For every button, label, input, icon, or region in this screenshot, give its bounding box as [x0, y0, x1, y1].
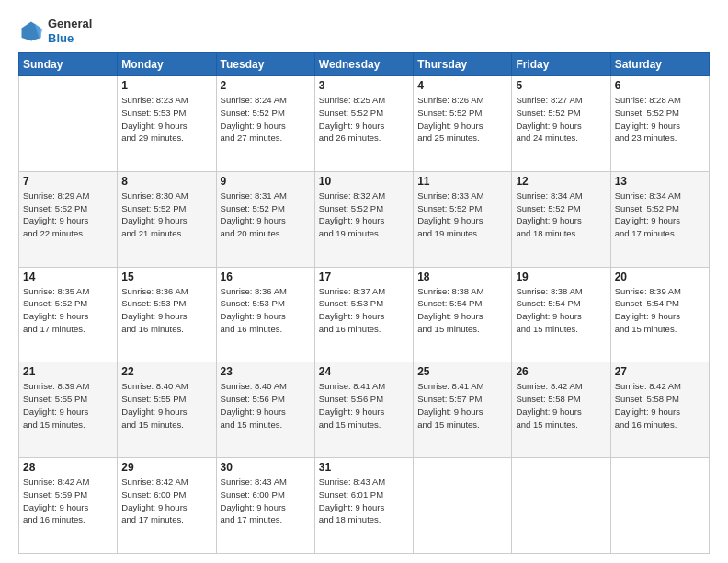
day-number: 19 [516, 270, 606, 283]
day-info: Sunrise: 8:28 AMSunset: 5:52 PMDaylight:… [615, 94, 705, 144]
day-number: 10 [319, 175, 409, 188]
day-number: 8 [121, 175, 211, 188]
calendar-cell: 30Sunrise: 8:43 AMSunset: 6:00 PMDayligh… [216, 458, 314, 554]
day-number: 16 [221, 270, 311, 283]
day-number: 14 [23, 270, 113, 283]
calendar-header-tuesday: Tuesday [216, 53, 314, 76]
calendar-week-row: 7Sunrise: 8:29 AMSunset: 5:52 PMDaylight… [19, 171, 710, 267]
calendar-week-row: 28Sunrise: 8:42 AMSunset: 5:59 PMDayligh… [19, 458, 710, 554]
calendar-cell: 1Sunrise: 8:23 AMSunset: 5:53 PMDaylight… [118, 76, 216, 172]
calendar-cell: 12Sunrise: 8:34 AMSunset: 5:52 PMDayligh… [512, 171, 610, 267]
day-info: Sunrise: 8:42 AMSunset: 5:58 PMDaylight:… [615, 380, 705, 431]
day-info: Sunrise: 8:40 AMSunset: 5:56 PMDaylight:… [221, 380, 311, 431]
calendar-header-row: SundayMondayTuesdayWednesdayThursdayFrid… [19, 53, 710, 76]
calendar-cell: 14Sunrise: 8:35 AMSunset: 5:52 PMDayligh… [19, 267, 118, 362]
day-info: Sunrise: 8:36 AMSunset: 5:53 PMDaylight:… [221, 285, 311, 336]
day-number: 25 [417, 365, 507, 378]
calendar-cell: 9Sunrise: 8:31 AMSunset: 5:52 PMDaylight… [216, 171, 314, 267]
calendar-header-wednesday: Wednesday [314, 53, 413, 76]
day-info: Sunrise: 8:34 AMSunset: 5:52 PMDaylight:… [516, 190, 606, 240]
day-info: Sunrise: 8:43 AMSunset: 6:00 PMDaylight:… [221, 476, 311, 526]
calendar-header-monday: Monday [118, 53, 216, 76]
day-number: 5 [516, 79, 606, 92]
day-info: Sunrise: 8:36 AMSunset: 5:53 PMDaylight:… [121, 285, 211, 336]
calendar-cell: 29Sunrise: 8:42 AMSunset: 6:00 PMDayligh… [118, 458, 216, 554]
calendar-cell: 13Sunrise: 8:34 AMSunset: 5:52 PMDayligh… [610, 171, 709, 267]
day-info: Sunrise: 8:37 AMSunset: 5:53 PMDaylight:… [319, 285, 409, 336]
day-info: Sunrise: 8:23 AMSunset: 5:53 PMDaylight:… [121, 94, 211, 144]
day-number: 7 [23, 175, 113, 188]
calendar-cell: 7Sunrise: 8:29 AMSunset: 5:52 PMDaylight… [19, 171, 118, 267]
day-info: Sunrise: 8:38 AMSunset: 5:54 PMDaylight:… [516, 285, 606, 336]
calendar-cell: 10Sunrise: 8:32 AMSunset: 5:52 PMDayligh… [314, 171, 413, 267]
day-info: Sunrise: 8:42 AMSunset: 6:00 PMDaylight:… [121, 476, 211, 526]
day-number: 4 [417, 79, 507, 92]
calendar-cell: 18Sunrise: 8:38 AMSunset: 5:54 PMDayligh… [414, 267, 512, 362]
day-number: 11 [417, 175, 507, 188]
calendar-cell: 31Sunrise: 8:43 AMSunset: 6:01 PMDayligh… [314, 458, 413, 554]
day-info: Sunrise: 8:40 AMSunset: 5:55 PMDaylight:… [121, 380, 211, 431]
day-number: 30 [221, 461, 311, 474]
calendar-cell: 28Sunrise: 8:42 AMSunset: 5:59 PMDayligh… [19, 458, 118, 554]
day-info: Sunrise: 8:27 AMSunset: 5:52 PMDaylight:… [516, 94, 606, 144]
day-info: Sunrise: 8:30 AMSunset: 5:52 PMDaylight:… [121, 190, 211, 240]
calendar-cell [414, 458, 512, 554]
day-info: Sunrise: 8:39 AMSunset: 5:54 PMDaylight:… [615, 285, 705, 336]
day-info: Sunrise: 8:25 AMSunset: 5:52 PMDaylight:… [319, 94, 409, 144]
calendar-cell [19, 76, 118, 172]
day-number: 26 [516, 365, 606, 378]
day-info: Sunrise: 8:42 AMSunset: 5:59 PMDaylight:… [23, 476, 113, 526]
calendar-cell: 6Sunrise: 8:28 AMSunset: 5:52 PMDaylight… [610, 76, 709, 172]
day-number: 6 [615, 79, 705, 92]
logo-text: General Blue [48, 17, 92, 45]
calendar-cell: 17Sunrise: 8:37 AMSunset: 5:53 PMDayligh… [314, 267, 413, 362]
day-number: 15 [121, 270, 211, 283]
calendar-cell: 8Sunrise: 8:30 AMSunset: 5:52 PMDaylight… [118, 171, 216, 267]
day-number: 3 [319, 79, 409, 92]
calendar-cell: 2Sunrise: 8:24 AMSunset: 5:52 PMDaylight… [216, 76, 314, 172]
calendar-cell: 16Sunrise: 8:36 AMSunset: 5:53 PMDayligh… [216, 267, 314, 362]
calendar-week-row: 21Sunrise: 8:39 AMSunset: 5:55 PMDayligh… [19, 362, 710, 458]
day-number: 20 [615, 270, 705, 283]
day-info: Sunrise: 8:24 AMSunset: 5:52 PMDaylight:… [221, 94, 311, 144]
header: General Blue [18, 17, 710, 45]
calendar-cell [512, 458, 610, 554]
day-number: 1 [121, 79, 211, 92]
calendar-cell: 21Sunrise: 8:39 AMSunset: 5:55 PMDayligh… [19, 362, 118, 458]
day-info: Sunrise: 8:35 AMSunset: 5:52 PMDaylight:… [23, 285, 113, 336]
day-info: Sunrise: 8:32 AMSunset: 5:52 PMDaylight:… [319, 190, 409, 240]
day-number: 31 [319, 461, 409, 474]
calendar-cell: 3Sunrise: 8:25 AMSunset: 5:52 PMDaylight… [314, 76, 413, 172]
day-number: 2 [221, 79, 311, 92]
day-number: 23 [221, 365, 311, 378]
day-info: Sunrise: 8:29 AMSunset: 5:52 PMDaylight:… [23, 190, 113, 240]
calendar-cell: 4Sunrise: 8:26 AMSunset: 5:52 PMDaylight… [414, 76, 512, 172]
calendar-cell: 20Sunrise: 8:39 AMSunset: 5:54 PMDayligh… [610, 267, 709, 362]
day-number: 13 [615, 175, 705, 188]
day-number: 21 [23, 365, 113, 378]
logo: General Blue [18, 17, 92, 45]
calendar-table: SundayMondayTuesdayWednesdayThursdayFrid… [18, 52, 710, 554]
calendar-header-friday: Friday [512, 53, 610, 76]
day-info: Sunrise: 8:43 AMSunset: 6:01 PMDaylight:… [319, 476, 409, 526]
day-number: 9 [221, 175, 311, 188]
calendar-cell: 11Sunrise: 8:33 AMSunset: 5:52 PMDayligh… [414, 171, 512, 267]
day-number: 24 [319, 365, 409, 378]
day-number: 28 [23, 461, 113, 474]
logo-icon [18, 18, 44, 44]
calendar-header-saturday: Saturday [610, 53, 709, 76]
calendar-cell: 15Sunrise: 8:36 AMSunset: 5:53 PMDayligh… [118, 267, 216, 362]
calendar-cell: 24Sunrise: 8:41 AMSunset: 5:56 PMDayligh… [314, 362, 413, 458]
calendar-cell: 5Sunrise: 8:27 AMSunset: 5:52 PMDaylight… [512, 76, 610, 172]
calendar-cell [610, 458, 709, 554]
day-number: 27 [615, 365, 705, 378]
calendar-cell: 25Sunrise: 8:41 AMSunset: 5:57 PMDayligh… [414, 362, 512, 458]
calendar-cell: 23Sunrise: 8:40 AMSunset: 5:56 PMDayligh… [216, 362, 314, 458]
day-info: Sunrise: 8:41 AMSunset: 5:56 PMDaylight:… [319, 380, 409, 431]
day-info: Sunrise: 8:41 AMSunset: 5:57 PMDaylight:… [417, 380, 507, 431]
page: General Blue SundayMondayTuesdayWednesda… [0, 0, 728, 563]
calendar-week-row: 1Sunrise: 8:23 AMSunset: 5:53 PMDaylight… [19, 76, 710, 172]
day-info: Sunrise: 8:42 AMSunset: 5:58 PMDaylight:… [516, 380, 606, 431]
calendar-cell: 19Sunrise: 8:38 AMSunset: 5:54 PMDayligh… [512, 267, 610, 362]
day-info: Sunrise: 8:33 AMSunset: 5:52 PMDaylight:… [417, 190, 507, 240]
